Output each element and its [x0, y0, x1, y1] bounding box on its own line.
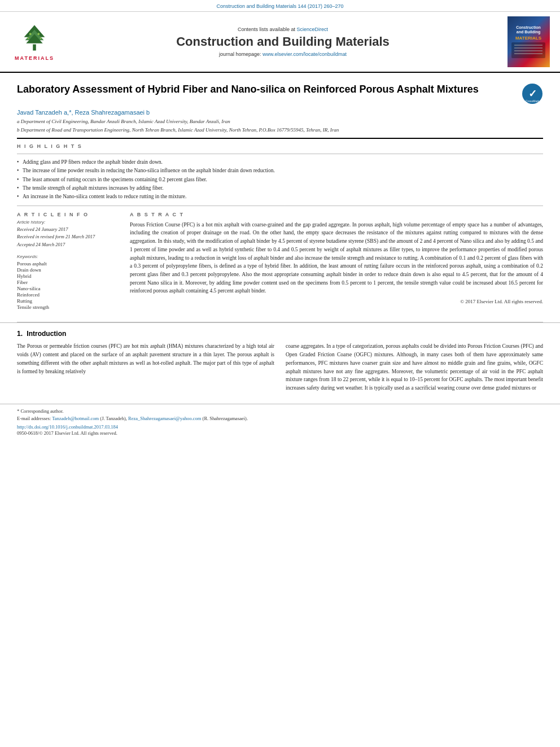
keyword-item: Drain down [17, 267, 119, 273]
highlight-item: An increase in the Nano-silica content l… [17, 193, 543, 200]
introduction-section: 1. Introduction The Porous or permeable … [0, 322, 560, 397]
keyword-item: Hybrid [17, 273, 119, 279]
keyword-item: Reinforced [17, 292, 119, 298]
svg-rect-0 [33, 45, 36, 51]
journal-cover-thumbnail: Constructionand Building MATERIALS [508, 16, 550, 67]
keywords-label: Keywords: [17, 254, 119, 259]
cover-title-text: Constructionand Building [516, 25, 541, 35]
email2-name: (R. Shahrezagamasaei). [203, 416, 248, 421]
intro-left-text: The Porous or permeable friction courses… [17, 342, 274, 375]
highlight-item: Adding glass and PP fibers reduce the as… [17, 159, 543, 166]
intro-two-col: The Porous or permeable friction courses… [17, 342, 543, 392]
affiliation-b: b Department of Road and Transportation … [17, 126, 543, 134]
intro-title: 1. Introduction [17, 330, 543, 338]
revised-date: Received in revised form 21 March 2017 [17, 233, 119, 241]
sciencedirect-link-text[interactable]: ScienceDirect [297, 27, 329, 32]
journal-cover-box: Constructionand Building MATERIALS [506, 16, 551, 67]
keyword-item: Rutting [17, 298, 119, 304]
homepage-url[interactable]: www.elsevier.com/locate/conbuildmat [262, 51, 347, 57]
elsevier-wordmark: MATERIALS [15, 55, 54, 61]
cover-materials-text: MATERIALS [515, 36, 541, 41]
keyword-item: Tensile strength [17, 304, 119, 310]
intro-right-text: coarse aggregates. In a type of categori… [286, 342, 543, 392]
intro-right-col: coarse aggregates. In a type of categori… [286, 342, 543, 392]
intro-left-col: The Porous or permeable friction courses… [17, 342, 274, 392]
history-label: Article history: [17, 220, 119, 225]
email2-link[interactable]: Reza_Shahrezagamasaei@yahoo.com [128, 416, 201, 421]
title-divider [17, 138, 543, 139]
abstract-col: A B S T R A C T Porous Friction Course (… [130, 212, 543, 311]
article-content: Laboratory Assessment of Hybrid Fiber an… [0, 73, 560, 322]
corresponding-note: * Corresponding author. [17, 408, 543, 415]
svg-point-7 [40, 37, 42, 39]
journal-citation-text: Construction and Building Materials 144 … [216, 3, 343, 9]
received-date: Received 24 January 2017 [17, 226, 119, 234]
cover-image-icon [511, 42, 545, 58]
email-line: E-mail addresses: Tanzadeh@hotmail.com (… [17, 415, 543, 422]
svg-point-5 [38, 33, 40, 35]
keywords-list: Porous asphalt Drain down Hybrid Fiber N… [17, 261, 119, 310]
highlight-item: The tensile strength of asphalt mixtures… [17, 185, 543, 192]
highlight-item: The least amount of rutting occurs in th… [17, 176, 543, 184]
article-authors: Javad Tanzadeh a,*, Reza Shahrezagamasae… [17, 109, 543, 116]
article-info-label: A R T I C L E I N F O [17, 212, 119, 217]
highlight-item: The increase of lime powder results in r… [17, 167, 543, 174]
affiliation-a: a Department of Civil Engineering, Banda… [17, 118, 543, 125]
keyword-item: Fiber [17, 279, 119, 285]
page: Construction and Building Materials 144 … [0, 0, 560, 747]
email-label: E-mail addresses: [17, 416, 51, 421]
svg-text:CrossMark: CrossMark [526, 99, 540, 103]
highlights-label: H I G H L I G H T S [17, 143, 543, 149]
email1-link[interactable]: Tanzadeh@hotmail.com [52, 416, 99, 421]
svg-rect-8 [511, 42, 545, 58]
journal-citation-bar: Construction and Building Materials 144 … [0, 0, 560, 12]
footnote-area: * Corresponding author. E-mail addresses… [0, 404, 560, 422]
article-title: Laboratory Assessment of Hybrid Fiber an… [17, 83, 515, 96]
highlights-list: Adding glass and PP fibers reduce the as… [17, 159, 543, 200]
article-history-block: Article history: Received 24 January 201… [17, 220, 119, 249]
journal-center-info: Contents lists available at ScienceDirec… [65, 16, 500, 67]
article-title-row: Laboratory Assessment of Hybrid Fiber an… [17, 83, 543, 104]
email1-name: (J. Tanzadeh), [100, 416, 127, 421]
keyword-item: Porous asphalt [17, 261, 119, 267]
bottom-bar: http://dx.doi.org/10.1016/j.conbuildmat.… [0, 422, 560, 439]
abstract-text: Porous Friction Course (PFC) is a hot mi… [130, 221, 543, 295]
highlights-section: H I G H L I G H T S Adding glass and PP … [17, 143, 543, 206]
highlights-top-divider [17, 154, 543, 154]
info-abstract-section: A R T I C L E I N F O Article history: R… [17, 212, 543, 311]
svg-text:✓: ✓ [528, 88, 537, 99]
article-info-col: A R T I C L E I N F O Article history: R… [17, 212, 119, 311]
journal-title: Construction and Building Materials [176, 34, 390, 49]
doi-link[interactable]: http://dx.doi.org/10.1016/j.conbuildmat.… [17, 424, 543, 430]
journal-homepage: journal homepage: www.elsevier.com/locat… [219, 51, 347, 57]
abstract-label: A B S T R A C T [130, 212, 543, 217]
issn-text: 0950-0618/© 2017 Elsevier Ltd. All right… [17, 430, 543, 437]
journal-header: MATERIALS Contents lists available at Sc… [0, 12, 560, 73]
copyright-line: © 2017 Elsevier Ltd. All rights reserved… [130, 299, 543, 304]
svg-point-6 [28, 37, 29, 39]
keyword-item: Nano-silica [17, 286, 119, 291]
accepted-date: Accepted 24 March 2017 [17, 241, 119, 249]
crossmark-icon: ✓ CrossMark [522, 83, 543, 104]
highlights-bottom-divider [17, 206, 543, 206]
keywords-block: Keywords: Porous asphalt Drain down Hybr… [17, 254, 119, 310]
sciencedirect-line: Contents lists available at ScienceDirec… [238, 27, 328, 32]
elsevier-tree-icon [18, 23, 51, 54]
elsevier-logo-box: MATERIALS [9, 16, 60, 67]
svg-point-4 [29, 33, 32, 35]
